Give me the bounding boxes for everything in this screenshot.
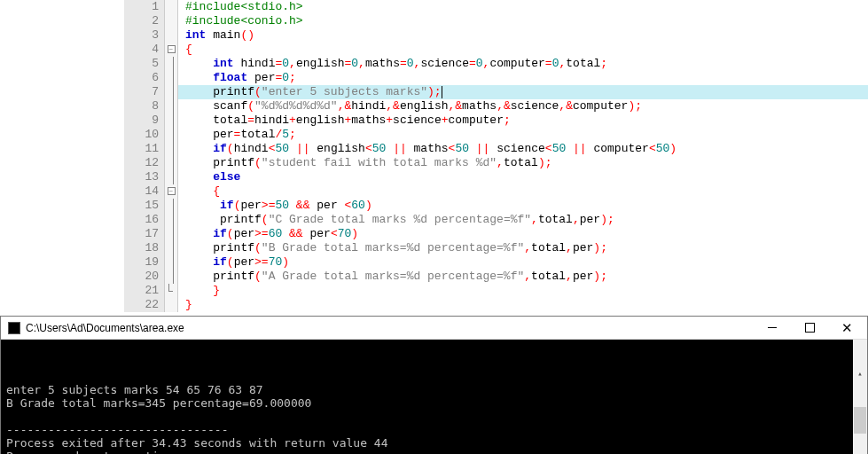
line-number: 3	[124, 28, 164, 43]
fold-indicator	[164, 284, 178, 298]
code-line[interactable]: 1#include<stdio.h>	[124, 0, 868, 14]
console-line	[6, 410, 862, 423]
code-content[interactable]: printf("student fail with total marks %d…	[178, 156, 552, 170]
console-titlebar[interactable]: C:\Users\Ad\Documents\area.exe ✕	[1, 317, 867, 340]
line-number: 9	[124, 114, 164, 128]
code-line[interactable]: 4−{	[124, 43, 868, 57]
console-line: Press any key to continue . . .	[6, 450, 862, 454]
fold-indicator	[164, 57, 178, 71]
fold-indicator	[164, 128, 178, 142]
minimize-button[interactable]	[754, 317, 791, 340]
fold-indicator	[164, 255, 178, 270]
close-button[interactable]: ✕	[828, 317, 865, 340]
code-line[interactable]: 19 if(per>=70)	[124, 255, 868, 270]
code-content[interactable]: {	[178, 184, 220, 199]
console-title: C:\Users\Ad\Documents\area.exe	[26, 322, 754, 334]
line-number: 17	[124, 227, 164, 241]
code-content[interactable]: {	[178, 43, 192, 57]
app-icon	[8, 322, 20, 334]
code-content[interactable]: float per=0;	[178, 71, 296, 85]
code-content[interactable]: int hindi=0,english=0,maths=0,science=0,…	[178, 57, 607, 71]
code-content[interactable]: if(per>=70)	[178, 255, 289, 270]
code-line[interactable]: 5 int hindi=0,english=0,maths=0,science=…	[124, 57, 868, 71]
scroll-thumb[interactable]	[854, 407, 866, 434]
code-line[interactable]: 8 scanf("%d%d%d%d%d",&hindi,&english,&ma…	[124, 99, 868, 114]
maximize-button[interactable]	[791, 317, 828, 340]
line-number: 15	[124, 199, 164, 213]
line-number: 19	[124, 255, 164, 270]
fold-indicator	[164, 142, 178, 156]
code-content[interactable]: printf("B Grade total marks=%d percentag…	[178, 241, 607, 255]
fold-indicator	[164, 0, 178, 14]
line-number: 6	[124, 71, 164, 85]
fold-indicator[interactable]: −	[164, 184, 178, 199]
line-number: 8	[124, 99, 164, 114]
code-content[interactable]: scanf("%d%d%d%d%d",&hindi,&english,&math…	[178, 99, 642, 114]
line-number: 16	[124, 213, 164, 227]
code-line[interactable]: 16 printf("C Grade total marks %d percen…	[124, 213, 868, 227]
code-line[interactable]: 14− {	[124, 184, 868, 199]
code-content[interactable]: #include<conio.h>	[178, 14, 303, 28]
fold-indicator	[164, 99, 178, 114]
fold-indicator	[164, 199, 178, 213]
vertical-scrollbar[interactable]: ▴	[853, 340, 867, 454]
line-number: 20	[124, 270, 164, 284]
code-line[interactable]: 20 printf("A Grade total marks=%d percen…	[124, 270, 868, 284]
console-output[interactable]: ▴ enter 5 subjects marks 54 65 76 63 87B…	[1, 340, 867, 454]
code-content[interactable]: printf("C Grade total marks %d percentag…	[178, 213, 614, 227]
code-content[interactable]: if(per>=50 && per <60)	[178, 199, 372, 213]
fold-indicator	[164, 213, 178, 227]
text-cursor	[442, 86, 442, 98]
code-content[interactable]: total=hindi+english+maths+science+comput…	[178, 114, 511, 128]
line-number: 22	[124, 298, 164, 312]
code-line[interactable]: 3int main()	[124, 28, 868, 43]
code-line[interactable]: 15 if(per>=50 && per <60)	[124, 199, 868, 213]
code-editor[interactable]: 1#include<stdio.h>2#include<conio.h>3int…	[0, 0, 868, 312]
code-content[interactable]: int main()	[178, 28, 254, 43]
code-content[interactable]: per=total/5;	[178, 128, 296, 142]
fold-indicator	[164, 170, 178, 184]
code-content[interactable]: }	[178, 298, 192, 312]
code-line[interactable]: 7 printf("enter 5 subjects marks");	[124, 85, 868, 99]
code-line[interactable]: 9 total=hindi+english+maths+science+comp…	[124, 114, 868, 128]
code-content[interactable]: #include<stdio.h>	[178, 0, 303, 14]
console-line: --------------------------------	[6, 423, 862, 436]
console-line: enter 5 subjects marks 54 65 76 63 87	[6, 383, 862, 396]
console-line: Process exited after 34.43 seconds with …	[6, 436, 862, 450]
code-line[interactable]: 21 }	[124, 284, 868, 298]
line-number: 5	[124, 57, 164, 71]
line-number: 10	[124, 128, 164, 142]
line-number: 11	[124, 142, 164, 156]
code-line[interactable]: 18 printf("B Grade total marks=%d percen…	[124, 241, 868, 255]
line-number: 18	[124, 241, 164, 255]
code-line[interactable]: 10 per=total/5;	[124, 128, 868, 142]
fold-indicator	[164, 28, 178, 43]
code-content[interactable]: if(hindi<50 || english<50 || maths<50 ||…	[178, 142, 676, 156]
line-number: 12	[124, 156, 164, 170]
line-number: 21	[124, 284, 164, 298]
code-line[interactable]: 22}	[124, 298, 868, 312]
line-number: 13	[124, 170, 164, 184]
code-line[interactable]: 11 if(hindi<50 || english<50 || maths<50…	[124, 142, 868, 156]
fold-indicator	[164, 241, 178, 255]
code-line[interactable]: 13 else	[124, 170, 868, 184]
code-line[interactable]: 6 float per=0;	[124, 71, 868, 85]
code-content[interactable]: printf("A Grade total marks=%d percentag…	[178, 270, 607, 284]
fold-indicator	[164, 156, 178, 170]
code-content[interactable]: if(per>=60 && per<70)	[178, 227, 358, 241]
line-number: 14	[124, 184, 164, 199]
code-line[interactable]: 12 printf("student fail with total marks…	[124, 156, 868, 170]
fold-indicator	[164, 270, 178, 284]
line-number: 4	[124, 43, 164, 57]
code-content[interactable]: }	[178, 284, 220, 298]
code-content[interactable]: printf("enter 5 subjects marks");	[178, 85, 442, 99]
code-content[interactable]: else	[178, 170, 240, 184]
console-window: C:\Users\Ad\Documents\area.exe ✕ ▴ enter…	[0, 316, 868, 454]
console-line: B Grade total marks=345 percentage=69.00…	[6, 396, 862, 410]
line-number: 7	[124, 85, 164, 99]
scroll-up-arrow[interactable]: ▴	[853, 366, 867, 380]
code-line[interactable]: 17 if(per>=60 && per<70)	[124, 227, 868, 241]
code-line[interactable]: 2#include<conio.h>	[124, 14, 868, 28]
fold-indicator	[164, 85, 178, 99]
fold-indicator[interactable]: −	[164, 43, 178, 57]
